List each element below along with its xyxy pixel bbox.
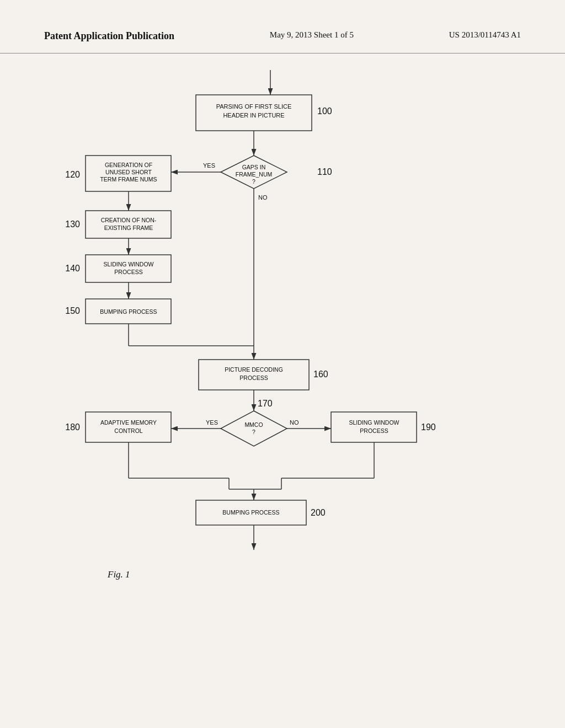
svg-text:TERM FRAME NUMS: TERM FRAME NUMS	[100, 176, 157, 183]
svg-text:ADAPTIVE MEMORY: ADAPTIVE MEMORY	[100, 419, 157, 426]
label-100: 100	[317, 106, 332, 116]
svg-text:PROCESS: PROCESS	[360, 427, 388, 434]
publication-date-sheet: May 9, 2013 Sheet 1 of 5	[270, 30, 354, 40]
no-label-110: NO	[258, 194, 268, 201]
label-130: 130	[65, 220, 80, 229]
label-110: 110	[317, 167, 332, 176]
page-header: Patent Application Publication May 9, 20…	[0, 0, 565, 53]
label-120: 120	[65, 170, 80, 179]
svg-text:?: ?	[252, 429, 255, 435]
svg-text:BUMPING PROCESS: BUMPING PROCESS	[222, 509, 279, 516]
svg-text:BUMPING PROCESS: BUMPING PROCESS	[100, 308, 157, 315]
svg-text:EXISTING FRAME: EXISTING FRAME	[104, 224, 153, 231]
svg-text:PROCESS: PROCESS	[239, 374, 268, 381]
no-label-170: NO	[290, 419, 299, 426]
node-100-text: PARSING OF FIRST SLICE	[216, 103, 292, 110]
svg-text:?: ?	[252, 178, 255, 185]
svg-text:CREATION OF NON-: CREATION OF NON-	[101, 217, 157, 223]
yes-label-170: YES	[206, 419, 218, 426]
label-150: 150	[65, 306, 80, 315]
svg-text:PROCESS: PROCESS	[114, 269, 142, 275]
fig-label: Fig. 1	[107, 569, 130, 580]
svg-text:MMCO: MMCO	[244, 421, 263, 428]
svg-text:FRAME_NUM: FRAME_NUM	[236, 171, 273, 178]
page: Patent Application Publication May 9, 20…	[0, 0, 565, 728]
diagram-area: PARSING OF FIRST SLICE HEADER IN PICTURE…	[0, 53, 565, 688]
svg-text:SLIDING WINDOW: SLIDING WINDOW	[349, 419, 399, 426]
label-190: 190	[421, 422, 436, 432]
svg-text:GENERATION OF: GENERATION OF	[105, 162, 152, 168]
label-200: 200	[311, 508, 326, 517]
svg-text:CONTROL: CONTROL	[114, 427, 142, 434]
svg-text:UNUSED SHORT: UNUSED SHORT	[105, 169, 152, 175]
flowchart-svg: PARSING OF FIRST SLICE HEADER IN PICTURE…	[0, 53, 565, 688]
publication-title: Patent Application Publication	[44, 30, 174, 42]
label-170: 170	[258, 399, 273, 408]
label-160: 160	[313, 370, 328, 379]
svg-text:SLIDING WINDOW: SLIDING WINDOW	[104, 261, 154, 267]
svg-text:PICTURE DECODING: PICTURE DECODING	[225, 366, 283, 373]
svg-text:GAPS IN: GAPS IN	[242, 164, 266, 170]
yes-label-110: YES	[203, 162, 215, 169]
label-140: 140	[65, 264, 80, 273]
svg-text:HEADER IN PICTURE: HEADER IN PICTURE	[223, 112, 284, 119]
label-180: 180	[65, 422, 80, 432]
publication-number: US 2013/0114743 A1	[449, 30, 521, 40]
